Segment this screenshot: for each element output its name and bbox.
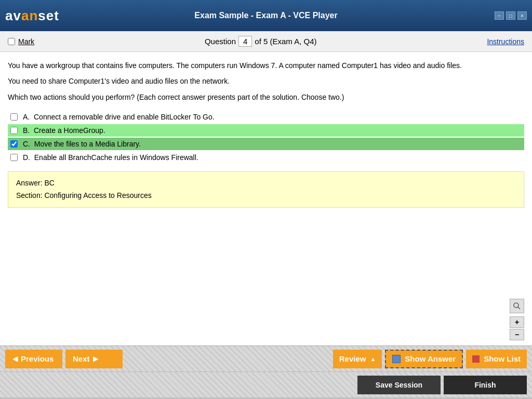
question-total: of 5 (Exam A, Q4) — [255, 37, 316, 46]
zoom-controls: + − — [510, 299, 524, 340]
previous-arrow-icon: ◀ — [12, 355, 18, 363]
question-info: Question 4 of 5 (Exam A, Q4) — [205, 36, 317, 47]
window-controls: − □ × — [495, 11, 527, 20]
option-b[interactable]: B. Create a HomeGroup. — [8, 124, 524, 137]
review-dropdown-icon: ▲ — [370, 356, 376, 362]
review-button[interactable]: Review ▲ — [333, 350, 382, 368]
previous-button[interactable]: ◀ Previous — [5, 350, 62, 368]
finish-label: Finish — [474, 381, 496, 389]
question-label: Question — [205, 37, 236, 46]
svg-line-1 — [518, 307, 520, 309]
show-answer-icon — [392, 355, 401, 363]
save-session-label: Save Session — [376, 381, 422, 389]
question-paragraph-2: You need to share Computer1's video and … — [8, 75, 524, 87]
zoom-in-button[interactable]: + — [510, 316, 524, 328]
app-title: Exam Sample - Exam A - VCE Player — [194, 11, 337, 20]
question-number: 4 — [238, 36, 252, 47]
answer-text: Answer: BC — [16, 177, 516, 190]
search-icon-button[interactable] — [510, 299, 524, 313]
finish-button[interactable]: Finish — [444, 376, 527, 394]
next-label: Next — [73, 354, 90, 363]
section-text: Section: Configuring Access to Resources — [16, 190, 516, 202]
show-answer-label: Show Answer — [405, 354, 456, 363]
option-d[interactable]: D. Enable all BranchCache rules in Windo… — [8, 151, 524, 164]
show-list-icon — [472, 355, 480, 363]
logo-text: avanset — [5, 8, 59, 24]
mark-checkbox[interactable] — [8, 38, 15, 45]
option-c-text: C. Move the files to a Media Library. — [23, 140, 141, 148]
save-session-button[interactable]: Save Session — [357, 376, 441, 394]
minimize-button[interactable]: − — [495, 11, 504, 20]
next-button[interactable]: Next ▶ — [65, 350, 123, 368]
bottom-nav: ◀ Previous Next ▶ Review ▲ Show Answer S… — [0, 345, 532, 371]
option-c-checkbox[interactable] — [10, 140, 18, 148]
option-a-checkbox[interactable] — [10, 113, 18, 121]
option-c[interactable]: C. Move the files to a Media Library. — [8, 138, 524, 150]
zoom-out-button[interactable]: − — [510, 329, 524, 340]
close-button[interactable]: × — [517, 11, 527, 20]
title-bar: avanset Exam Sample - Exam A - VCE Playe… — [0, 0, 532, 31]
svg-point-0 — [514, 303, 518, 308]
option-b-text: B. Create a HomeGroup. — [23, 126, 105, 135]
show-list-label: Show List — [484, 354, 521, 363]
show-answer-button[interactable]: Show Answer — [385, 350, 463, 368]
previous-label: Previous — [21, 354, 54, 363]
options-list: A. Connect a removable drive and enable … — [8, 111, 524, 164]
question-paragraph-3: Which two actions should you perform? (E… — [8, 91, 524, 103]
logo: avanset — [5, 8, 59, 24]
option-b-checkbox[interactable] — [10, 127, 18, 134]
answer-box: Answer: BC Section: Configuring Access t… — [8, 171, 524, 208]
option-a[interactable]: A. Connect a removable drive and enable … — [8, 111, 524, 123]
save-finish-bar: Save Session Finish — [0, 371, 532, 397]
option-d-checkbox[interactable] — [10, 154, 18, 161]
mark-label[interactable]: Mark — [18, 37, 34, 46]
show-list-button[interactable]: Show List — [466, 350, 527, 368]
next-arrow-icon: ▶ — [93, 355, 98, 363]
option-a-text: A. Connect a removable drive and enable … — [23, 113, 215, 121]
option-d-text: D. Enable all BranchCache rules in Windo… — [23, 153, 198, 162]
question-bar: Mark Question 4 of 5 (Exam A, Q4) Instru… — [0, 31, 532, 52]
review-label: Review — [339, 354, 366, 363]
mark-area: Mark — [8, 37, 34, 46]
question-paragraph-1: You have a workgroup that contains five … — [8, 60, 524, 71]
instructions-link[interactable]: Instructions — [487, 37, 524, 46]
restore-button[interactable]: □ — [506, 11, 515, 20]
main-content: You have a workgroup that contains five … — [0, 52, 532, 345]
